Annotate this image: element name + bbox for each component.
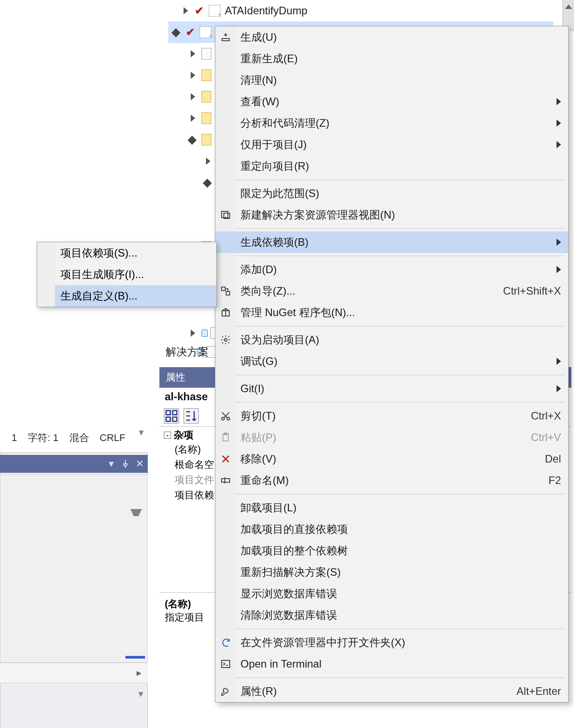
submenu-item-build-order[interactable]: 项目生成顺序(I)... [37,264,216,285]
menu-git[interactable]: Git(I) [215,378,568,399]
menu-nuget[interactable]: 管理 NuGet 程序包(N)... [215,302,568,323]
tree-row[interactable]: ✔ ATAIdentifyDump [168,0,553,21]
cut-icon [219,409,232,423]
svg-rect-6 [222,287,225,291]
svg-point-9 [224,338,227,341]
svg-rect-4 [222,211,228,218]
expander-icon[interactable] [204,179,212,187]
svg-rect-3 [173,417,177,421]
menu-separator [236,375,565,375]
submenu-arrow-icon [557,266,561,273]
check-icon: ✔ [194,6,204,16]
folder-icon [201,69,211,81]
panel-header: ▾ ✕ [0,455,148,473]
menu-open-folder[interactable]: 在文件资源管理器中打开文件夹(X) [215,632,568,653]
menu-rename[interactable]: 重命名(M) F2 [215,470,568,491]
menu-set-startup[interactable]: 设为启动项目(A) [215,329,568,351]
submenu-arrow-icon [557,98,561,105]
submenu-arrow-icon [557,358,561,365]
menu-cut[interactable]: 剪切(T) Ctrl+X [215,405,568,427]
svg-rect-1 [173,411,177,415]
build-icon [219,30,232,44]
remove-icon [219,452,232,466]
rename-icon [219,474,232,487]
pin-icon[interactable] [120,458,131,469]
lock-icon [201,330,208,337]
dropdown-icon[interactable]: ▾ [106,458,116,469]
chevron-down-icon[interactable]: ▾ [138,688,143,700]
menu-rebuild[interactable]: 重新生成(E) [215,48,568,69]
menu-analyze[interactable]: 分析和代码清理(Z) [215,112,568,134]
file-icon [201,48,211,60]
svg-rect-2 [166,417,170,421]
bottom-tab-bar: ▾ ▸ [0,663,148,683]
menu-separator [236,326,565,326]
terminal-icon [219,657,232,671]
expander-icon[interactable] [182,7,190,15]
menu-clear-db-err[interactable]: 清除浏览数据库错误 [215,604,568,626]
paste-icon [219,431,232,444]
submenu-arrow-icon [557,239,561,246]
solution-label: 解决方案 [166,345,209,359]
tree-item-label: ATAIdentifyDump [225,4,308,17]
menu-properties[interactable]: 属性(R) Alt+Enter [215,681,568,702]
nuget-icon [219,306,232,319]
project-icon [209,5,220,17]
status-crlf: CRLF [100,432,125,444]
menu-retarget[interactable]: 重定向项目(R) [215,155,568,177]
menu-open-terminal[interactable]: Open in Terminal [215,653,568,675]
submenu-item-project-deps[interactable]: 项目依赖项(S)... [37,242,216,264]
menu-load-tree[interactable]: 加载项目的整个依赖树 [215,540,568,561]
submenu-arrow-icon [557,141,561,148]
menu-build-deps[interactable]: 生成依赖项(B) [215,231,568,253]
expander-icon[interactable] [189,50,197,58]
menu-clean[interactable]: 清理(N) [215,69,568,91]
project-context-menu: 生成(U) 重新生成(E) 清理(N) 查看(W) 分析和代码清理(Z) 仅用于… [215,26,569,702]
wrench-icon [219,685,232,698]
collapse-icon[interactable]: - [164,432,171,439]
selection-indicator [125,656,145,659]
chevron-right-icon[interactable]: ▸ [137,667,141,679]
expander-icon[interactable] [189,114,197,122]
menu-separator [236,494,565,494]
menu-rescan[interactable]: 重新扫描解决方案(S) [215,561,568,583]
expander-icon[interactable] [189,93,197,101]
menu-show-db-err[interactable]: 显示浏览数据库错误 [215,583,568,604]
submenu-gutter [37,242,55,307]
menu-load-direct[interactable]: 加载项目的直接依赖项 [215,518,568,540]
menu-remove[interactable]: 移除(V) Del [215,448,568,470]
expander-icon[interactable] [173,28,181,36]
expander-icon[interactable] [189,136,197,144]
menu-add[interactable]: 添加(D) [215,259,568,280]
status-mixed: 混合 [69,431,89,445]
menu-build[interactable]: 生成(U) [215,26,568,48]
close-icon[interactable]: ✕ [134,458,145,469]
menu-new-sln-view[interactable]: 新建解决方案资源管理器视图(N) [215,204,568,226]
submenu-arrow-icon [557,120,561,127]
menu-debug[interactable]: 调试(G) [215,351,568,372]
menu-separator [236,402,565,403]
menu-separator [236,629,565,629]
submenu-item-build-customizations[interactable]: 生成自定义(B)... [37,285,216,307]
expander-icon[interactable] [189,71,197,79]
menu-unload[interactable]: 卸载项目(L) [215,497,568,518]
folder-icon [201,112,211,124]
menu-separator [236,256,565,256]
menu-class-wizard[interactable]: 类向导(Z)... Ctrl+Shift+X [215,280,568,302]
chevron-down-icon[interactable]: ▾ [136,428,146,437]
menu-separator [236,228,565,229]
submenu-arrow-icon [557,385,561,392]
expander-icon[interactable] [189,329,197,337]
project-icon [200,26,211,38]
categorize-button[interactable] [164,408,179,424]
expander-icon[interactable] [204,157,212,165]
svg-point-10 [222,417,224,420]
gear-icon [219,333,232,347]
editor-status-bar: 1 字符: 1 混合 CRLF ▾ [0,429,146,447]
menu-project-only[interactable]: 仅用于项目(J) [215,134,568,155]
menu-paste: 粘贴(P) Ctrl+V [215,427,568,448]
folder-icon [201,91,211,103]
menu-view[interactable]: 查看(W) [215,91,568,112]
sort-button[interactable] [184,408,199,424]
menu-scope[interactable]: 限定为此范围(S) [215,183,568,204]
